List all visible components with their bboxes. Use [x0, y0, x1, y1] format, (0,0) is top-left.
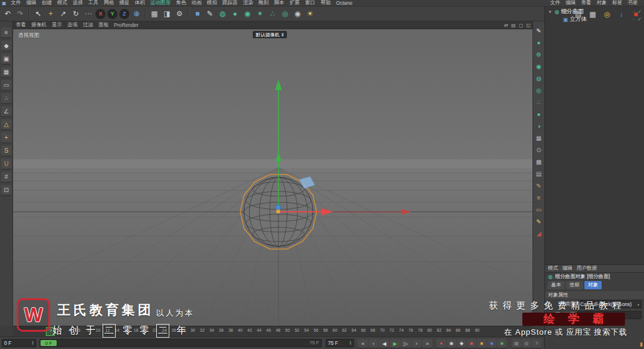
quantize-icon[interactable]: #	[1, 172, 11, 182]
metaball-icon[interactable]: ●	[534, 110, 543, 119]
attr-userdata-menu[interactable]: 用户数据	[577, 265, 597, 272]
pen-spline-icon[interactable]: ✎	[204, 8, 216, 20]
keyframe-selection-icon[interactable]: ◆	[457, 339, 466, 348]
range-end-input[interactable]: 75 F ▲▼	[326, 339, 354, 347]
subdivision-surface-icon[interactable]: ◍	[216, 8, 228, 20]
record-keyframe-icon[interactable]: ●	[436, 339, 446, 348]
prev-frame-button[interactable]: ◀	[379, 339, 389, 348]
vp-display-menu[interactable]: 显示	[49, 21, 65, 29]
record-rotation-icon[interactable]: ■	[487, 339, 497, 348]
tab-basic[interactable]: 基本	[547, 281, 565, 289]
render-view-icon[interactable]: ▦	[148, 8, 160, 20]
render-picture-viewer-icon[interactable]: ◨	[161, 8, 173, 20]
om-object-menu[interactable]: 对象	[594, 0, 609, 7]
checker-icon[interactable]: ▦	[534, 134, 543, 143]
snap-icon[interactable]: U	[1, 159, 11, 169]
last-tools-icon[interactable]: ⋯	[82, 8, 94, 20]
vp-panel-menu[interactable]: 面板	[96, 21, 112, 29]
help-menu[interactable]: 帮助	[318, 0, 333, 7]
comb-icon[interactable]: ≡	[534, 193, 543, 202]
single-view-icon[interactable]: ▢	[519, 23, 524, 28]
extensions-menu[interactable]: 扩展	[287, 0, 302, 7]
current-frame-input[interactable]: 0 F ▲▼	[2, 339, 36, 347]
tools-menu[interactable]: 工具	[86, 0, 101, 7]
attribute-section-header[interactable]: 对象属性	[545, 291, 644, 299]
enable-axis-icon[interactable]: +	[1, 132, 11, 143]
spline-sphere-icon[interactable]: ●	[534, 38, 543, 47]
layout-quad-icon[interactable]: ▦	[587, 8, 599, 20]
om-view-menu[interactable]: 查看	[578, 0, 594, 7]
edit-menu[interactable]: 编辑	[24, 0, 39, 7]
animate-menu[interactable]: 动画	[189, 0, 205, 7]
attr-edit-menu[interactable]: 编辑	[562, 265, 572, 272]
make-editable-icon[interactable]: ◆	[1, 41, 11, 51]
all-views-icon[interactable]: ▤	[511, 23, 516, 28]
polygons-mode-icon[interactable]: △	[1, 119, 11, 129]
generator-icon-2[interactable]: ◉	[242, 8, 253, 20]
tab-coord[interactable]: 坐标	[566, 281, 583, 289]
mode-menu[interactable]: 模式	[55, 0, 70, 7]
autokey-icon[interactable]: ◉	[447, 339, 456, 348]
rotate-tool-icon[interactable]: ↻	[70, 8, 82, 20]
mograph-menu[interactable]: 运动图形	[148, 0, 174, 7]
redo-icon[interactable]: ↷	[14, 8, 26, 20]
undo-icon[interactable]: ↶	[2, 8, 14, 20]
timeline-slider-handle[interactable]: 0 F	[41, 340, 57, 346]
cube-primitive-icon[interactable]: ■	[191, 8, 203, 20]
generator-icon-3[interactable]: ✶	[254, 8, 266, 20]
cluster-icon[interactable]: ∴	[534, 98, 543, 107]
render-menu[interactable]: 渲染	[240, 0, 256, 7]
viewport[interactable]: 透视视图 默认摄像机 ▮	[13, 29, 532, 326]
brush-icon[interactable]: ✎	[534, 181, 543, 190]
help-icon[interactable]: ?	[532, 339, 541, 348]
render-settings-icon[interactable]: ⚙	[174, 8, 185, 20]
record-position-icon[interactable]: ■	[467, 339, 476, 348]
y-axis-lock-icon[interactable]: Y	[107, 9, 117, 19]
generator-icon-1[interactable]: ●	[229, 8, 241, 20]
board-icon[interactable]: ▤	[534, 169, 543, 178]
octane-download-icon[interactable]: ↓	[615, 8, 627, 20]
vp-view-menu[interactable]: 查看	[13, 21, 29, 29]
workplane-mode-icon[interactable]: ▭	[1, 80, 11, 90]
object-manager[interactable]: ▾ ◍ 细分曲面 ·· ✓ ▣ 立方体 ·· ✓	[545, 7, 644, 264]
panel-corner-icon[interactable]: ▮	[640, 341, 643, 347]
octane-menu[interactable]: Octane	[333, 0, 355, 6]
pin-icon[interactable]: ⊙	[534, 146, 543, 155]
boole-icon[interactable]: ◑	[534, 122, 543, 131]
play-forward-button[interactable]: ▶	[390, 339, 400, 348]
prev-key-button[interactable]: ‹	[369, 339, 379, 348]
stepper-arrows-icon[interactable]: ▲▼	[349, 341, 352, 345]
keying-settings-icon[interactable]: ▤	[512, 339, 521, 348]
generator-icon-4[interactable]: ∴	[267, 8, 278, 20]
camera-hud-label[interactable]: 默认摄像机 ▮	[253, 31, 287, 38]
timeline-slider[interactable]: 0 F 75 F	[39, 339, 322, 347]
om-tags-menu[interactable]: 标签	[609, 0, 625, 7]
record-scale-icon[interactable]: ■	[477, 339, 487, 348]
pencil-icon[interactable]: ✎	[534, 217, 543, 226]
generator-icon-5[interactable]: ◎	[279, 8, 291, 20]
model-mode-icon[interactable]: ▣	[1, 54, 11, 64]
wrap-sphere-icon[interactable]: ◍	[534, 74, 543, 83]
sculpt-menu[interactable]: 雕刻	[256, 0, 271, 7]
window-menu[interactable]: 窗口	[302, 0, 318, 7]
octane-balance-icon[interactable]: ◎	[601, 8, 613, 20]
next-frame-button[interactable]: ▷	[401, 339, 411, 348]
goto-start-button[interactable]: «	[358, 339, 368, 348]
solo-animation-icon[interactable]: ◎	[522, 339, 531, 348]
lathe-icon[interactable]: ◎	[534, 86, 543, 95]
texture-mode-icon[interactable]: ▦	[1, 67, 11, 77]
goto-end-button[interactable]: »	[422, 339, 432, 348]
points-mode-icon[interactable]: ∴	[1, 93, 11, 103]
maximize-view-icon[interactable]: ◱	[526, 23, 531, 28]
origin-handle[interactable]	[277, 210, 280, 214]
vp-cameras-menu[interactable]: 摄像机	[29, 21, 49, 29]
select-menu[interactable]: 选择	[70, 0, 86, 7]
move-tool-icon[interactable]: +	[45, 8, 57, 20]
swap-view-icon[interactable]: ⇄	[504, 23, 509, 28]
om-bookmarks-menu[interactable]: 书签	[625, 0, 640, 7]
volume-menu[interactable]: 体积	[132, 0, 148, 7]
vp-filter-menu[interactable]: 过滤	[80, 21, 96, 29]
next-key-button[interactable]: ›	[411, 339, 422, 348]
z-axis-lock-icon[interactable]: Z	[119, 9, 129, 19]
generator-gear-icon[interactable]: ⚙	[534, 50, 543, 59]
